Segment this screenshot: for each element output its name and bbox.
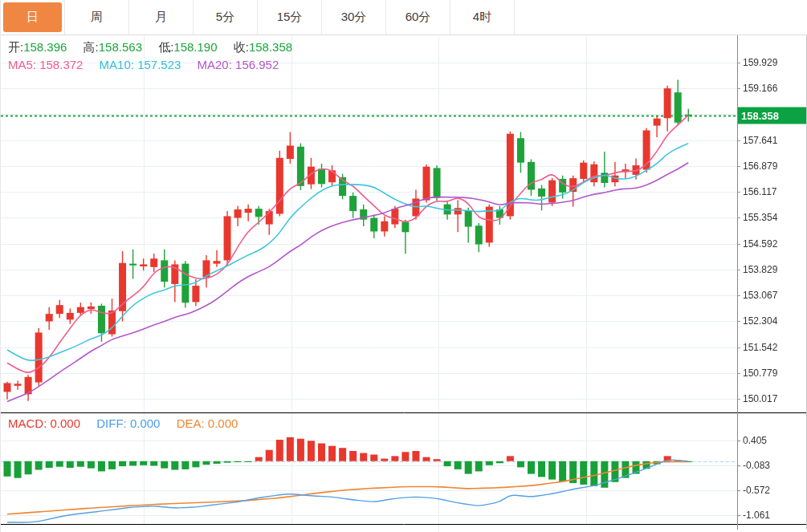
tab-week-label: 周: [67, 2, 126, 32]
tab-15min[interactable]: 15分: [258, 0, 322, 35]
tab-4hour-label: 4时: [453, 2, 512, 32]
tab-month[interactable]: 月: [129, 0, 194, 35]
diff-label: DIFF:: [96, 416, 127, 430]
ma10-value: 157.523: [137, 58, 181, 71]
timeframe-tabbar: 日 周 月 5分 15分 30分 60分 4时: [1, 0, 807, 35]
ma5-value: 158.372: [39, 58, 83, 71]
tab-day[interactable]: 日: [1, 0, 65, 35]
tab-5min[interactable]: 5分: [194, 0, 258, 35]
tab-30min[interactable]: 30分: [322, 0, 386, 35]
ma-header: MA5: 158.372 MA10: 157.523 MA20: 156.952: [8, 58, 291, 71]
diff-value: 0.000: [130, 416, 161, 430]
tab-month-label: 月: [132, 2, 190, 32]
tab-5min-label: 5分: [196, 2, 255, 32]
diff-group: DIFF: 0.000: [96, 416, 160, 430]
ma10-label: MA10:: [100, 58, 134, 71]
ma20-value: 156.952: [235, 58, 279, 71]
open-value: 158.396: [23, 40, 67, 54]
tab-30min-label: 30分: [324, 2, 383, 32]
high-label: 高:: [84, 40, 99, 54]
ma10-group: MA10: 157.523: [100, 58, 181, 71]
dea-group: DEA: 0.000: [177, 416, 238, 430]
close-label: 收:: [234, 40, 249, 54]
ohlc-high: 高:158.563: [84, 40, 142, 54]
low-value: 158.190: [173, 40, 217, 54]
dea-value: 0.000: [208, 416, 238, 430]
ma20-label: MA20:: [198, 58, 232, 71]
price-macd-chart-canvas[interactable]: [1, 0, 807, 532]
close-value: 158.358: [249, 40, 292, 54]
macd-header: MACD: 0.000 DIFF: 0.000 DEA: 0.000: [8, 416, 251, 430]
tab-day-label: 日: [3, 2, 62, 32]
ma5-group: MA5: 158.372: [8, 58, 83, 71]
high-value: 158.563: [99, 40, 142, 54]
tab-4hour[interactable]: 4时: [450, 0, 515, 35]
macd-label: MACD:: [8, 416, 47, 430]
tab-week[interactable]: 周: [65, 0, 129, 35]
ohlc-low: 低:158.190: [158, 40, 217, 54]
macd-value: 0.000: [51, 416, 81, 430]
dea-label: DEA:: [177, 416, 205, 430]
tab-60min[interactable]: 60分: [386, 0, 450, 35]
trading-chart-page: { "tabs": { "items": [ {"label": "日", "s…: [0, 0, 807, 532]
tab-15min-label: 15分: [260, 2, 319, 32]
ohlc-open: 开:158.396: [8, 40, 67, 54]
ma5-label: MA5:: [8, 58, 36, 71]
tab-60min-label: 60分: [389, 2, 447, 32]
low-label: 低:: [158, 40, 173, 54]
open-label: 开:: [8, 40, 23, 54]
ohlc-header: 开:158.396 高:158.563 低:158.190 收:158.358: [8, 40, 305, 55]
ohlc-close: 收:158.358: [234, 40, 292, 54]
macd-group: MACD: 0.000: [8, 416, 80, 430]
ma20-group: MA20: 156.952: [198, 58, 279, 71]
